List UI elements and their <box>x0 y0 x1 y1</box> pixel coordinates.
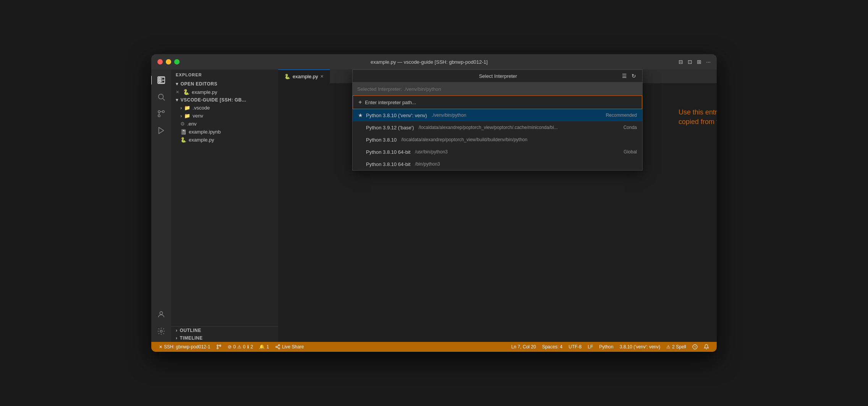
status-position[interactable]: Ln 7, Col 20 <box>508 344 539 350</box>
close-button[interactable] <box>157 59 163 64</box>
interpreter-item-4[interactable]: ★ Python 3.8.10 64-bit /bin/python3 <box>353 158 642 170</box>
interpreter-item-3[interactable]: ★ Python 3.8.10 64-bit /usr/bin/python3 … <box>353 146 642 158</box>
status-notifications-bell[interactable] <box>701 344 712 350</box>
gear-icon: ⚙ <box>180 121 185 127</box>
liveshare-label: Live Share <box>282 344 304 350</box>
timeline-header[interactable]: › TIMELINE <box>171 334 278 342</box>
titlebar-controls: ⊟ ⊡ ⊞ ··· <box>679 59 711 65</box>
outline-header[interactable]: › OUTLINE <box>171 327 278 334</box>
activity-search[interactable] <box>154 89 169 105</box>
notebook-icon: 📓 <box>180 129 186 135</box>
status-ssh[interactable]: ✕ SSH: gbnwp-pod012-1 <box>156 342 213 352</box>
svg-point-13 <box>279 345 280 346</box>
branch-icon <box>216 344 222 350</box>
svg-point-9 <box>217 345 219 346</box>
activity-account[interactable] <box>154 307 169 322</box>
notebook-file-item[interactable]: 📓 example.ipynb <box>171 128 278 136</box>
layout-icon[interactable]: ⊟ <box>679 59 683 65</box>
activity-run-debug[interactable] <box>154 123 169 138</box>
interpreter-item-badge-1: Conda <box>623 125 637 130</box>
status-liveshare[interactable]: Live Share <box>272 342 307 352</box>
status-right: Ln 7, Col 20 Spaces: 4 UTF-8 LF Python 3… <box>508 344 712 350</box>
refresh-icon[interactable]: ↻ <box>632 73 636 79</box>
close-icon[interactable]: ✕ <box>176 90 179 95</box>
interpreter-item-1[interactable]: ★ Python 3.9.12 ('base') /localdata/alex… <box>353 121 642 134</box>
interpreter-item-name-0: Python 3.8.10 ('venv': venv) <box>366 113 427 118</box>
python-file-icon: 🐍 <box>180 137 186 143</box>
status-spell[interactable]: ⚠ 2 Spell <box>663 344 689 350</box>
svg-point-4 <box>162 111 165 113</box>
editor-area: 🐍 example.py ✕ Select Interpreter ☰ <box>278 69 717 342</box>
chevron-right-icon: › <box>176 335 178 341</box>
status-eol[interactable]: LF <box>585 344 596 350</box>
status-notification[interactable]: 🔔 1 <box>256 342 272 352</box>
overlay[interactable]: Select Interpreter ☰ ↻ + Enter interpret… <box>278 69 717 342</box>
open-editor-example-py[interactable]: ✕ 🐍 example.py <box>171 88 278 96</box>
interpreter-item-0[interactable]: ★ Python 3.8.10 ('venv': venv) ./venv/bi… <box>353 109 642 121</box>
interpreter-list: ★ Python 3.8.10 ('venv': venv) ./venv/bi… <box>353 109 642 170</box>
maximize-button[interactable] <box>174 59 180 64</box>
py-file-item[interactable]: 🐍 example.py <box>171 136 278 144</box>
python-file-icon: 🐍 <box>183 89 189 95</box>
status-bar: ✕ SSH: gbnwp-pod012-1 ⊘ 0 ⚠ 0 ℹ 2 🔔 1 <box>151 342 717 352</box>
filter-icon[interactable]: ☰ <box>622 73 627 79</box>
liveshare-icon <box>275 344 280 350</box>
chevron-right-icon: › <box>180 105 182 111</box>
activity-settings[interactable] <box>154 324 169 339</box>
open-editors-section[interactable]: ▾ OPEN EDITORS <box>171 80 278 88</box>
outline-section: › OUTLINE › TIMELINE <box>171 326 278 342</box>
status-errors[interactable]: ⊘ 0 ⚠ 0 ℹ 2 <box>225 342 256 352</box>
customize-layout-icon[interactable]: ⊞ <box>697 59 701 65</box>
interpreter-panel: Select Interpreter ☰ ↻ + Enter interpret… <box>352 69 643 171</box>
svg-point-1 <box>159 94 164 99</box>
interpreter-item-path-3: /usr/bin/python3 <box>415 149 447 155</box>
env-file-item[interactable]: ⚙ .env <box>171 120 278 128</box>
titlebar: example.py — vscode-guide [SSH: gbnwp-po… <box>151 54 717 69</box>
error-circle-icon: ⊘ <box>228 344 232 350</box>
main-content: EXPLORER ▾ OPEN EDITORS ✕ 🐍 example.py ▾… <box>151 69 717 342</box>
activity-source-control[interactable] <box>154 106 169 121</box>
svg-point-15 <box>279 348 280 349</box>
venv-folder-item[interactable]: › 📁 venv <box>171 112 278 120</box>
status-python-version[interactable]: 3.8.10 ('venv': venv) <box>617 344 664 350</box>
svg-point-10 <box>217 348 219 349</box>
explorer-header: EXPLORER <box>171 69 278 80</box>
svg-point-7 <box>160 312 162 314</box>
chevron-right-icon: › <box>176 328 178 333</box>
sidebar: EXPLORER ▾ OPEN EDITORS ✕ 🐍 example.py ▾… <box>171 69 278 342</box>
split-editor-icon[interactable]: ⊡ <box>688 59 692 65</box>
plus-icon: + <box>358 99 362 106</box>
interpreter-item-path-1: /localdata/alexandrep/poptorch_view/popt… <box>419 125 558 130</box>
vscode-window: example.py — vscode-guide [SSH: gbnwp-po… <box>151 54 717 352</box>
interpreter-item-badge-3: Global <box>623 149 637 155</box>
activity-explorer[interactable] <box>154 72 169 88</box>
svg-line-16 <box>277 347 279 348</box>
warning-triangle-icon: ⚠ <box>237 344 241 350</box>
bell-icon: 🔔 <box>259 344 265 350</box>
status-remote[interactable] <box>689 344 701 350</box>
annotation-text: Use this entry to paste an interpreter p… <box>679 108 717 127</box>
status-language[interactable]: Python <box>596 344 616 350</box>
status-branch[interactable] <box>213 342 225 352</box>
interpreter-search[interactable] <box>353 82 642 95</box>
more-icon[interactable]: ··· <box>706 59 711 65</box>
status-spaces[interactable]: Spaces: 4 <box>539 344 565 350</box>
interpreter-item-2[interactable]: ★ Python 3.8.10 /localdata/alexandrep/po… <box>353 134 642 146</box>
vscode-guide-folder[interactable]: ▾ VSCODE-GUIDE [SSH: GB... <box>171 96 278 104</box>
interpreter-item-path-2: /localdata/alexandrep/poptorch_view/buil… <box>401 137 527 142</box>
activity-bar <box>151 69 171 342</box>
svg-point-14 <box>276 346 277 348</box>
folder-icon: 📁 <box>184 105 190 111</box>
interpreter-search-input[interactable] <box>357 86 638 92</box>
activity-bar-bottom <box>154 307 169 339</box>
enter-path-label: Enter interpreter path... <box>365 100 416 105</box>
interpreter-header: Select Interpreter ☰ ↻ <box>353 70 642 82</box>
status-encoding[interactable]: UTF-8 <box>565 344 585 350</box>
interpreter-item-name-4: Python 3.8.10 64-bit <box>366 161 410 167</box>
chevron-right-icon: › <box>180 113 182 119</box>
interpreter-item-name-1: Python 3.9.12 ('base') <box>366 125 414 130</box>
interpreter-enter-path[interactable]: + Enter interpreter path... <box>353 95 642 109</box>
vscode-folder-item[interactable]: › 📁 .vscode <box>171 104 278 112</box>
star-icon: ★ <box>358 112 363 118</box>
minimize-button[interactable] <box>166 59 171 64</box>
